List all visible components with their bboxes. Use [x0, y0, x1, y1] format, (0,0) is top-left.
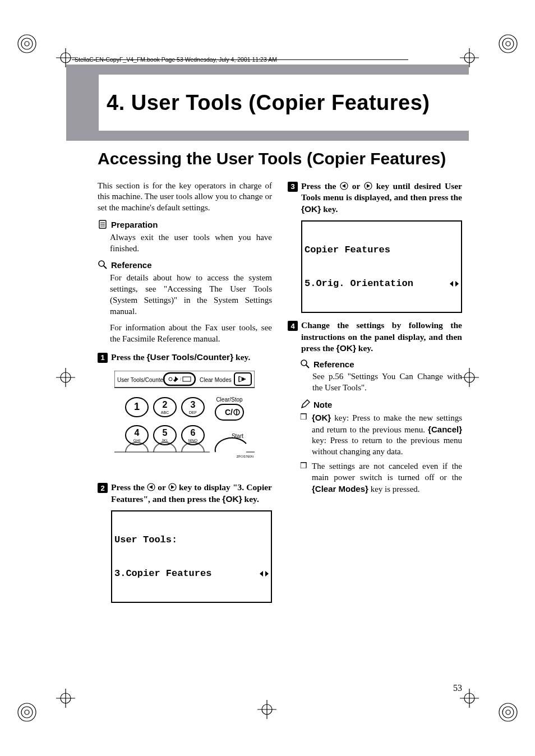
- svg-marker-80: [342, 184, 345, 188]
- svg-point-8: [25, 710, 29, 714]
- svg-text:MNO: MNO: [188, 439, 198, 442]
- pencil-icon: [300, 399, 310, 409]
- step-2: 2 Press the or key to display "3. Copier…: [98, 482, 272, 505]
- preparation-icon: [98, 219, 108, 229]
- step-3: 3 Press the or key until desired User To…: [288, 181, 462, 215]
- svg-text:5: 5: [163, 428, 168, 437]
- reference-label: Reference: [313, 359, 354, 370]
- intro-paragraph: This section is for the key operators in…: [98, 181, 272, 214]
- crop-mark: [460, 368, 479, 387]
- right-arrow-icon: [168, 483, 177, 491]
- step-number-2: 2: [98, 483, 108, 493]
- reg-mark-br: [498, 702, 518, 722]
- keypad-header-left: User Tools/Counter: [117, 377, 165, 383]
- svg-text:2: 2: [163, 400, 168, 409]
- preparation-label: Preparation: [111, 219, 158, 231]
- svg-text:GHI: GHI: [133, 439, 141, 442]
- step-2-text: Press the or key to display "3. Copier F…: [111, 482, 272, 505]
- page-content: Accessing the User Tools (Copier Feature…: [98, 149, 462, 693]
- preparation-text: Always exit the user tools when you have…: [110, 232, 272, 255]
- step-1: 1 Press the {User Tools/Counter} key.: [98, 352, 272, 363]
- svg-point-37: [99, 261, 104, 266]
- keypad-figure: User Tools/Counter / Clear Modes 1: [114, 371, 255, 475]
- svg-text:6: 6: [191, 428, 196, 437]
- note-heading: Note: [300, 399, 462, 411]
- svg-marker-77: [260, 571, 263, 577]
- lcd2-line2: 5.Orig. Orientation: [305, 278, 413, 289]
- magnifier-icon: [300, 359, 310, 369]
- note-label: Note: [313, 399, 332, 411]
- keypad-header-right: Clear Modes: [200, 377, 232, 383]
- lcd1-line2: 3.Copier Features: [114, 568, 211, 579]
- step-number-1: 1: [98, 353, 108, 363]
- svg-text:1: 1: [134, 401, 140, 412]
- left-arrow-icon: [147, 483, 155, 491]
- svg-line-38: [104, 266, 107, 269]
- reg-mark-tl: [17, 34, 37, 54]
- nav-arrows-icon: [260, 570, 269, 578]
- svg-marker-74: [149, 485, 153, 489]
- note-item-1: ❒ {OK} key: Press to make the new settin…: [300, 412, 462, 458]
- reference1-p2: For information about the Fax user tools…: [110, 322, 272, 345]
- running-header: StellaC-EN-CopyF_V4_FM.book Page 53 Wedn…: [75, 56, 277, 63]
- reg-mark-tr: [498, 34, 518, 54]
- reference2-text: See p.56 "Settings You Can Change with t…: [312, 371, 462, 394]
- svg-line-86: [306, 365, 309, 368]
- svg-point-45: [242, 378, 245, 381]
- svg-point-41: [169, 377, 172, 381]
- lcd2-line1: Copier Features: [305, 245, 459, 256]
- step-number-3: 3: [288, 182, 298, 192]
- lcd1-line1: User Tools:: [114, 534, 269, 546]
- svg-text:ZFOS760N: ZFOS760N: [237, 455, 253, 458]
- svg-marker-76: [171, 485, 174, 489]
- reference-heading-1: Reference: [98, 260, 272, 271]
- step-1-text: Press the {User Tools/Counter} key.: [111, 352, 250, 363]
- svg-text:C/: C/: [225, 408, 233, 417]
- svg-rect-43: [183, 377, 191, 381]
- svg-point-85: [301, 360, 307, 366]
- reference-label: Reference: [111, 260, 152, 271]
- svg-marker-83: [450, 281, 453, 287]
- bullet-icon: ❒: [300, 412, 307, 458]
- bullet-icon: ❒: [300, 461, 307, 495]
- svg-text:JKL: JKL: [162, 439, 168, 442]
- svg-point-5: [506, 42, 510, 46]
- right-column: 3 Press the or key until desired User To…: [288, 181, 462, 609]
- chapter-banner: 4. User Tools (Copier Features): [66, 64, 469, 141]
- crop-mark: [56, 689, 75, 708]
- svg-text:4: 4: [135, 428, 140, 437]
- step-3-text: Press the or key until desired User Tool…: [301, 181, 462, 215]
- crop-mark: [56, 368, 75, 387]
- note-item-2: ❒ The settings are not canceled even if …: [300, 461, 462, 495]
- magnifier-icon: [98, 260, 108, 270]
- page-number: 53: [453, 683, 462, 693]
- svg-text:3: 3: [191, 400, 196, 409]
- right-arrow-icon: [364, 182, 372, 190]
- svg-point-2: [25, 42, 29, 46]
- nav-arrows-icon: [450, 280, 459, 288]
- svg-marker-82: [367, 184, 370, 188]
- step-4: 4 Change the settings by following the i…: [288, 320, 462, 354]
- step-4-text: Change the settings by following the ins…: [301, 320, 462, 354]
- svg-marker-84: [455, 281, 459, 287]
- crop-mark: [460, 689, 479, 708]
- reference-heading-2: Reference: [300, 359, 462, 370]
- svg-marker-78: [265, 571, 269, 577]
- svg-point-11: [506, 710, 510, 714]
- svg-text:Clear/Stop: Clear/Stop: [216, 397, 243, 403]
- section-title: Accessing the User Tools (Copier Feature…: [98, 149, 462, 168]
- crop-mark: [257, 700, 276, 719]
- lcd-display-2: Copier Features 5.Orig. Orientation: [301, 220, 462, 313]
- preparation-heading: Preparation: [98, 219, 272, 231]
- left-arrow-icon: [340, 182, 348, 190]
- reg-mark-bl: [17, 702, 37, 722]
- svg-text:/: /: [180, 377, 182, 382]
- left-column: This section is for the key operators in…: [98, 181, 272, 609]
- lcd-display-1: User Tools: 3.Copier Features: [111, 510, 272, 603]
- svg-text:ABC: ABC: [161, 411, 169, 414]
- svg-text:DEF: DEF: [189, 411, 197, 414]
- step-number-4: 4: [288, 321, 298, 331]
- chapter-title: 4. User Tools (Copier Features): [99, 91, 430, 115]
- reference1-p1: For details about how to access the syst…: [110, 273, 272, 317]
